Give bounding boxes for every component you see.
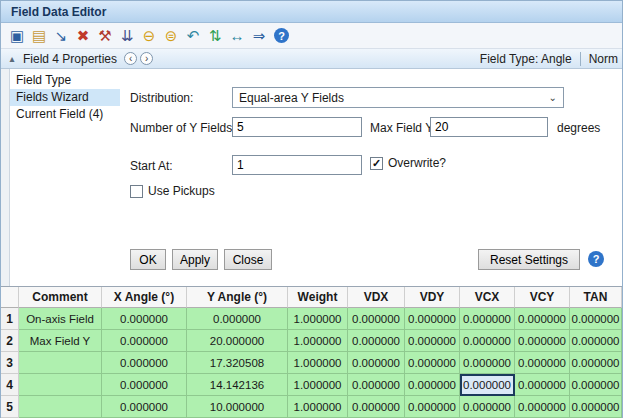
column-header[interactable]: VCX bbox=[460, 287, 515, 308]
cell[interactable]: 0.000000 bbox=[102, 396, 187, 418]
ok-button[interactable]: OK bbox=[130, 249, 166, 270]
equalize-circle-icon[interactable]: ⊜ bbox=[161, 26, 181, 46]
cell[interactable]: 0.000000 bbox=[348, 374, 405, 396]
cell[interactable]: 0.000000 bbox=[515, 374, 570, 396]
cell[interactable]: 0.000000 bbox=[570, 374, 622, 396]
prev-field-button[interactable]: ‹ bbox=[124, 52, 137, 65]
overwrite-label: Overwrite? bbox=[388, 156, 446, 170]
decrement-circle-icon[interactable]: ⊖ bbox=[139, 26, 159, 46]
close-button[interactable]: Close bbox=[224, 249, 272, 270]
cell[interactable]: 0.000000 bbox=[102, 374, 187, 396]
sort-icon[interactable]: ⇊ bbox=[117, 26, 137, 46]
cell[interactable]: 0.000000 bbox=[102, 352, 187, 374]
cell[interactable]: 0.000000 bbox=[460, 308, 515, 330]
cell[interactable]: 20.000000 bbox=[187, 330, 288, 352]
cell[interactable]: 0.000000 bbox=[570, 396, 622, 418]
cell[interactable]: 0.000000 bbox=[348, 396, 405, 418]
column-header[interactable]: TAN bbox=[570, 287, 622, 308]
cell[interactable]: 0.000000 bbox=[460, 374, 515, 396]
update-fields-icon[interactable]: ⇅ bbox=[205, 26, 225, 46]
cell[interactable]: 0.000000 bbox=[515, 352, 570, 374]
cell[interactable]: 17.320508 bbox=[187, 352, 288, 374]
degrees-label: degrees bbox=[557, 121, 600, 135]
cell[interactable]: 0.000000 bbox=[515, 396, 570, 418]
cell[interactable]: 0.000000 bbox=[460, 352, 515, 374]
cell[interactable]: 0.000000 bbox=[348, 308, 405, 330]
column-header[interactable]: VCY bbox=[515, 287, 570, 308]
cell[interactable]: 0.000000 bbox=[187, 308, 288, 330]
sidebar-item-fields-wizard[interactable]: Fields Wizard bbox=[10, 89, 120, 106]
properties-bar-right: Field Type: Angle Norm bbox=[480, 52, 618, 66]
next-field-button[interactable]: › bbox=[140, 52, 153, 65]
goto-field-icon[interactable]: ↘ bbox=[51, 26, 71, 46]
row-number[interactable]: 5 bbox=[1, 396, 19, 418]
column-header[interactable]: VDX bbox=[348, 287, 405, 308]
collapse-icon[interactable]: ▴ bbox=[5, 53, 19, 64]
cell[interactable]: 0.000000 bbox=[348, 330, 405, 352]
open-book-icon[interactable]: ▤ bbox=[29, 26, 49, 46]
column-header[interactable]: VDY bbox=[405, 287, 460, 308]
cell[interactable]: 14.142136 bbox=[187, 374, 288, 396]
cell[interactable]: 0.000000 bbox=[570, 308, 622, 330]
cell[interactable]: 1.000000 bbox=[288, 352, 348, 374]
cell[interactable]: 0.000000 bbox=[460, 396, 515, 418]
cell[interactable]: 0.000000 bbox=[460, 330, 515, 352]
distribution-value: Equal-area Y Fields bbox=[239, 91, 344, 105]
undo-icon[interactable]: ↶ bbox=[183, 26, 203, 46]
cell[interactable]: 10.000000 bbox=[187, 396, 288, 418]
cell[interactable]: 0.000000 bbox=[405, 352, 460, 374]
cell[interactable]: 0.000000 bbox=[515, 308, 570, 330]
row-number[interactable]: 4 bbox=[1, 374, 19, 396]
start-at-input[interactable] bbox=[232, 155, 362, 175]
cell[interactable]: 0.000000 bbox=[348, 352, 405, 374]
column-header[interactable]: Comment bbox=[19, 287, 102, 308]
cell[interactable]: 1.000000 bbox=[288, 330, 348, 352]
use-pickups-label: Use Pickups bbox=[148, 184, 215, 198]
swap-fields-icon[interactable]: ↔ bbox=[227, 26, 247, 46]
num-fields-input[interactable] bbox=[232, 117, 362, 137]
cell[interactable] bbox=[19, 352, 102, 374]
cell[interactable]: 0.000000 bbox=[405, 396, 460, 418]
sidebar-item-field-type[interactable]: Field Type bbox=[10, 72, 120, 89]
column-header[interactable]: Weight bbox=[288, 287, 348, 308]
cell[interactable]: 0.000000 bbox=[405, 330, 460, 352]
max-field-input[interactable] bbox=[430, 117, 548, 137]
properties-panel: Field TypeFields WizardCurrent Field (4)… bbox=[9, 69, 622, 286]
cell[interactable] bbox=[19, 374, 102, 396]
cell[interactable]: 1.000000 bbox=[288, 374, 348, 396]
overwrite-checkbox[interactable]: ✓ Overwrite? bbox=[370, 156, 446, 170]
toolbar-icons: ▣▤↘✖⚒⇊⊖⊜↶⇅↔⇒? bbox=[7, 26, 289, 46]
distribution-label: Distribution: bbox=[130, 91, 193, 105]
row-number[interactable]: 3 bbox=[1, 352, 19, 374]
save-icon[interactable]: ▣ bbox=[7, 26, 27, 46]
cell[interactable]: 0.000000 bbox=[102, 308, 187, 330]
row-number[interactable]: 2 bbox=[1, 330, 19, 352]
help-icon[interactable]: ? bbox=[274, 28, 289, 43]
wizard-help-icon[interactable]: ? bbox=[588, 251, 604, 267]
use-pickups-checkbox[interactable]: Use Pickups bbox=[130, 184, 215, 198]
cell[interactable] bbox=[19, 396, 102, 418]
cell[interactable]: 1.000000 bbox=[288, 396, 348, 418]
cell[interactable]: 0.000000 bbox=[570, 352, 622, 374]
tools-icon[interactable]: ⚒ bbox=[95, 26, 115, 46]
column-header[interactable]: Y Angle (°) bbox=[187, 287, 288, 308]
cell[interactable]: On-axis Field bbox=[19, 308, 102, 330]
cell[interactable]: 0.000000 bbox=[405, 308, 460, 330]
toolbar: ▣▤↘✖⚒⇊⊖⊜↶⇅↔⇒? bbox=[1, 23, 622, 49]
column-header[interactable]: X Angle (°) bbox=[102, 287, 187, 308]
cell[interactable]: 0.000000 bbox=[570, 330, 622, 352]
delete-field-icon[interactable]: ✖ bbox=[73, 26, 93, 46]
cell[interactable]: 1.000000 bbox=[288, 308, 348, 330]
distribution-dropdown[interactable]: Equal-area Y Fields ⌄ bbox=[232, 87, 564, 108]
table-corner bbox=[1, 287, 19, 308]
cell[interactable]: 0.000000 bbox=[102, 330, 187, 352]
cell[interactable]: 0.000000 bbox=[405, 374, 460, 396]
apply-button[interactable]: Apply bbox=[172, 249, 218, 270]
next-icon[interactable]: ⇒ bbox=[249, 26, 269, 46]
title-bar[interactable]: Field Data Editor bbox=[1, 1, 622, 23]
cell[interactable]: Max Field Y bbox=[19, 330, 102, 352]
cell[interactable]: 0.000000 bbox=[515, 330, 570, 352]
sidebar-item-current-field[interactable]: Current Field (4) bbox=[10, 106, 120, 123]
reset-settings-button[interactable]: Reset Settings bbox=[478, 249, 580, 270]
row-number[interactable]: 1 bbox=[1, 308, 19, 330]
